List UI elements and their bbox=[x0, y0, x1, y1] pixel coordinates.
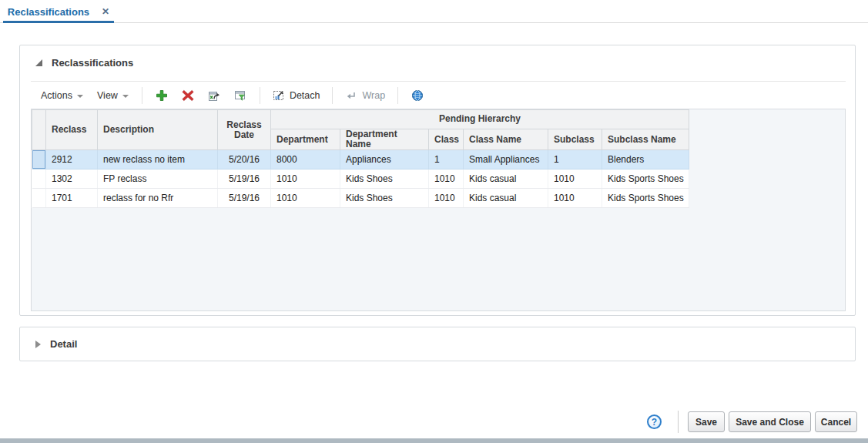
query-by-example-button[interactable] bbox=[227, 86, 253, 106]
selector-column-header bbox=[32, 110, 46, 150]
actions-menu-button[interactable]: Actions bbox=[34, 86, 90, 106]
actions-menu-label: Actions bbox=[41, 90, 72, 101]
cell-subclass[interactable]: 1 bbox=[548, 150, 602, 169]
save-and-close-button[interactable]: Save and Close bbox=[729, 411, 811, 432]
toolbar-separator bbox=[332, 87, 333, 104]
detail-panel[interactable]: Detail bbox=[19, 327, 856, 361]
translate-button[interactable] bbox=[404, 86, 431, 106]
column-header-class-name[interactable]: Class Name bbox=[464, 129, 548, 150]
detach-label: Detach bbox=[290, 90, 320, 101]
save-button[interactable]: Save bbox=[688, 411, 725, 432]
cancel-button[interactable]: Cancel bbox=[815, 411, 857, 432]
delete-icon bbox=[182, 89, 194, 102]
window-bottom-edge bbox=[0, 438, 868, 443]
view-menu-button[interactable]: View bbox=[90, 86, 136, 106]
cell-class[interactable]: 1010 bbox=[429, 169, 464, 189]
cell-department-name[interactable]: Kids Shoes bbox=[340, 189, 429, 208]
help-icon: ? bbox=[652, 417, 657, 428]
cell-description[interactable]: reclass for no Rfr bbox=[98, 189, 218, 208]
footer-divider bbox=[678, 411, 679, 433]
detach-icon bbox=[273, 89, 285, 102]
tab-close-icon[interactable]: ✕ bbox=[102, 7, 109, 16]
cell-class[interactable]: 1010 bbox=[429, 189, 464, 208]
tab-reclassifications[interactable]: Reclassifications ✕ bbox=[3, 0, 114, 23]
cell-subclass-name[interactable]: Kids Sports Shoes bbox=[602, 189, 689, 208]
detach-button[interactable]: Detach bbox=[266, 86, 327, 106]
collapse-triangle-icon bbox=[35, 59, 42, 66]
cell-reclass-date[interactable]: 5/19/16 bbox=[218, 169, 271, 189]
reclassifications-table-container: Reclass Description Reclass Date Pending… bbox=[31, 109, 846, 311]
cell-class-name[interactable]: Kids casual bbox=[464, 169, 548, 189]
add-button[interactable] bbox=[149, 86, 175, 106]
table-filter-icon bbox=[234, 89, 246, 102]
help-button[interactable]: ? bbox=[647, 414, 662, 429]
cell-class-name[interactable]: Small Appliances bbox=[464, 150, 548, 169]
cell-department-name[interactable]: Kids Shoes bbox=[340, 169, 429, 189]
cell-department-name[interactable]: Appliances bbox=[340, 150, 429, 169]
row-selector[interactable] bbox=[32, 189, 46, 208]
delete-button[interactable] bbox=[175, 86, 201, 106]
expand-triangle-icon bbox=[35, 341, 41, 348]
column-header-subclass[interactable]: Subclass bbox=[548, 129, 602, 150]
globe-icon bbox=[411, 89, 424, 102]
section-title: Reclassifications bbox=[52, 57, 133, 69]
cell-reclass[interactable]: 2912 bbox=[46, 150, 98, 169]
tab-label: Reclassifications bbox=[8, 6, 89, 18]
table-row[interactable]: 1701 reclass for no Rfr 5/19/16 1010 Kid… bbox=[32, 189, 689, 208]
cell-class-name[interactable]: Kids casual bbox=[464, 189, 548, 208]
row-selector[interactable] bbox=[32, 150, 46, 169]
wrap-label: Wrap bbox=[362, 90, 385, 101]
wrap-button[interactable]: Wrap bbox=[339, 86, 391, 106]
cell-reclass[interactable]: 1302 bbox=[46, 169, 98, 189]
view-menu-label: View bbox=[97, 90, 118, 101]
table-row[interactable]: 1302 FP reclass 5/19/16 1010 Kids Shoes … bbox=[32, 169, 689, 189]
column-header-department[interactable]: Department bbox=[271, 129, 340, 150]
tab-bar: Reclassifications ✕ bbox=[0, 0, 868, 23]
cell-subclass[interactable]: 1010 bbox=[548, 169, 602, 189]
cell-subclass-name[interactable]: Blenders bbox=[602, 150, 689, 169]
toolbar-separator bbox=[260, 87, 260, 104]
column-group-pending-hierarchy: Pending Hierarchy bbox=[271, 110, 689, 129]
cell-description[interactable]: FP reclass bbox=[98, 169, 218, 189]
cell-subclass[interactable]: 1010 bbox=[548, 189, 602, 208]
cell-class[interactable]: 1 bbox=[429, 150, 464, 169]
active-tab-indicator bbox=[3, 21, 114, 23]
reclassifications-panel: Reclassifications Actions View bbox=[19, 45, 856, 316]
table-toolbar: Actions View bbox=[31, 81, 846, 109]
cell-department[interactable]: 8000 bbox=[271, 150, 340, 169]
export-to-excel-icon bbox=[208, 89, 220, 102]
export-to-excel-button[interactable] bbox=[201, 86, 227, 106]
cell-description[interactable]: new reclass no item bbox=[98, 150, 218, 169]
chevron-down-icon bbox=[122, 95, 129, 98]
cell-subclass-name[interactable]: Kids Sports Shoes bbox=[602, 169, 689, 189]
cell-reclass-date[interactable]: 5/20/16 bbox=[218, 150, 271, 169]
cell-department[interactable]: 1010 bbox=[271, 189, 340, 208]
detail-section-title: Detail bbox=[50, 338, 77, 350]
chevron-down-icon bbox=[77, 95, 83, 98]
column-header-department-name[interactable]: Department Name bbox=[340, 129, 429, 150]
reclassifications-table: Reclass Description Reclass Date Pending… bbox=[32, 109, 689, 208]
wrap-icon bbox=[345, 89, 357, 102]
toolbar-separator bbox=[397, 87, 398, 104]
column-header-reclass[interactable]: Reclass bbox=[46, 110, 98, 150]
cell-department[interactable]: 1010 bbox=[271, 169, 340, 189]
column-header-subclass-name[interactable]: Subclass Name bbox=[602, 129, 689, 150]
reclassifications-section-header[interactable]: Reclassifications bbox=[35, 57, 133, 69]
add-icon bbox=[156, 89, 168, 102]
column-header-description[interactable]: Description bbox=[98, 110, 218, 150]
cell-reclass[interactable]: 1701 bbox=[46, 189, 98, 208]
toolbar-separator bbox=[142, 87, 142, 104]
column-header-reclass-date[interactable]: Reclass Date bbox=[218, 110, 271, 150]
row-selector[interactable] bbox=[32, 169, 46, 189]
cell-reclass-date[interactable]: 5/19/16 bbox=[218, 189, 271, 208]
table-row[interactable]: 2912 new reclass no item 5/20/16 8000 Ap… bbox=[32, 150, 689, 169]
column-header-class[interactable]: Class bbox=[429, 129, 464, 150]
